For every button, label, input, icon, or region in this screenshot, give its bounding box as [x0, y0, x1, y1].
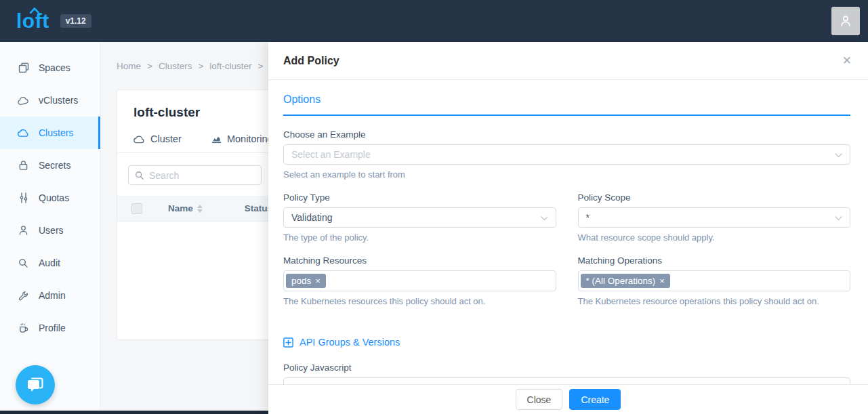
search-icon — [18, 257, 29, 269]
sidebar-item-label: vClusters — [39, 95, 78, 106]
field-hint: What resource scope should apply. — [578, 232, 851, 243]
spaces-icon — [18, 62, 29, 74]
chevron-down-icon — [541, 212, 548, 223]
sidebar-item-quotas[interactable]: Quotas — [0, 182, 100, 214]
field-hint: The Kubernetes resources this policy sho… — [283, 296, 556, 306]
breadcrumb-separator: > — [198, 61, 203, 71]
api-groups-label: API Groups & Versions — [299, 337, 400, 348]
version-badge: v1.12 — [60, 14, 91, 28]
breadcrumb-home[interactable]: Home — [117, 61, 141, 71]
sidebar-item-secrets[interactable]: Secrets — [0, 149, 100, 182]
viewport-bottom-edge — [0, 411, 268, 414]
sliders-icon — [18, 192, 29, 204]
matching-operations-input[interactable]: * (All Operations) × — [578, 270, 851, 291]
sidebar-item-audit[interactable]: Audit — [0, 247, 100, 279]
select-placeholder: Select an Example — [291, 149, 371, 160]
chat-launcher-button[interactable] — [16, 365, 55, 405]
top-navbar: loft v1.12 — [0, 0, 868, 42]
sidebar-item-profile[interactable]: Profile — [0, 312, 100, 344]
search-input[interactable] — [149, 170, 244, 181]
sidebar-item-label: Clusters — [39, 127, 73, 138]
sidebar-item-spaces[interactable]: Spaces — [0, 51, 100, 84]
sidebar-item-users[interactable]: Users — [0, 214, 100, 247]
column-label: Name — [168, 203, 193, 213]
field-hint: The Kubernetes resource operations this … — [578, 296, 851, 306]
field-label: Choose an Example — [283, 129, 850, 140]
chat-bubble-icon — [26, 376, 45, 394]
field-label: Policy Scope — [578, 192, 851, 203]
sidebar-item-label: Users — [39, 225, 64, 236]
tab-cluster[interactable]: Cluster — [133, 133, 182, 152]
field-hint: Select an example to start from — [283, 169, 850, 180]
drawer-body: Options Choose an Example Select an Exam… — [268, 80, 868, 384]
breadcrumb-clusters[interactable]: Clusters — [159, 61, 192, 71]
vcluster-icon — [18, 95, 29, 106]
wrench-icon — [18, 290, 29, 302]
policy-javascript-editor[interactable]: // Your javascript code here — [283, 377, 850, 384]
sidebar-item-label: Admin — [39, 290, 66, 301]
plus-square-icon — [283, 337, 293, 348]
sidebar-item-admin[interactable]: Admin — [0, 279, 100, 312]
policy-scope-select[interactable]: * — [578, 207, 851, 228]
sidebar-item-label: Secrets — [39, 160, 70, 171]
policy-type-select[interactable]: Validating — [283, 207, 556, 228]
field-hint: The type of the policy. — [283, 232, 556, 243]
add-policy-drawer: Add Policy ✕ Options Choose an Example S… — [268, 42, 868, 414]
user-icon — [18, 225, 29, 236]
field-label: Policy Type — [283, 192, 556, 203]
field-label: Matching Operations — [578, 255, 851, 266]
tag-all-operations: * (All Operations) × — [581, 274, 670, 289]
cup-icon — [18, 323, 29, 334]
breadcrumb-loft-cluster[interactable]: loft-cluster — [209, 61, 251, 71]
select-value: * — [586, 212, 590, 223]
tab-label: Cluster — [150, 133, 182, 144]
close-icon[interactable]: ✕ — [842, 55, 852, 66]
column-header-name[interactable]: Name — [168, 203, 203, 213]
tag-remove-icon[interactable]: × — [659, 276, 665, 285]
sidebar-item-clusters[interactable]: Clusters — [0, 117, 100, 149]
chevron-down-icon — [835, 149, 842, 160]
tab-monitoring[interactable]: Monitoring — [211, 133, 273, 152]
drawer-title: Add Policy — [283, 55, 339, 67]
api-groups-expander[interactable]: API Groups & Versions — [283, 337, 850, 348]
choose-example-field: Choose an Example Select an Example Sele… — [283, 129, 850, 180]
breadcrumb-separator: > — [147, 61, 152, 71]
example-select[interactable]: Select an Example — [283, 144, 850, 165]
search-box[interactable] — [128, 165, 262, 185]
sidebar-item-label: Spaces — [39, 62, 70, 73]
sidebar-nav: Spaces vClusters Clusters Secrets Quotas… — [0, 42, 100, 411]
field-label: Matching Resources — [283, 255, 556, 266]
drawer-header: Add Policy ✕ — [268, 42, 868, 80]
select-value: Validating — [291, 212, 332, 223]
matching-operations-field: Matching Operations * (All Operations) ×… — [578, 255, 851, 306]
logo-text: loft — [16, 11, 49, 31]
sidebar-item-label: Audit — [39, 257, 60, 268]
policy-type-field: Policy Type Validating The type of the p… — [283, 192, 556, 243]
select-all-checkbox[interactable] — [131, 203, 142, 214]
policy-javascript-field: Policy Javascript // Your javascript cod… — [283, 363, 850, 384]
tag-remove-icon[interactable]: × — [315, 276, 321, 285]
sidebar-item-label: Quotas — [39, 192, 69, 203]
tag-label: pods — [291, 276, 311, 286]
matching-resources-input[interactable]: pods × — [283, 270, 556, 291]
matching-resources-field: Matching Resources pods × The Kubernetes… — [283, 255, 556, 306]
close-button[interactable]: Close — [516, 389, 563, 410]
sidebar-item-label: Profile — [39, 323, 66, 333]
search-icon — [135, 171, 144, 180]
cloud-icon — [18, 127, 29, 139]
user-avatar[interactable] — [831, 7, 860, 35]
chart-icon — [211, 135, 222, 144]
options-section-title: Options — [283, 94, 850, 116]
breadcrumb-separator: > — [258, 61, 264, 71]
create-button[interactable]: Create — [569, 389, 621, 410]
sidebar-item-vclusters[interactable]: vClusters — [0, 84, 100, 117]
tag-pods: pods × — [286, 274, 326, 289]
loft-logo[interactable]: loft — [16, 11, 49, 31]
cloud-icon — [133, 135, 145, 144]
tag-label: * (All Operations) — [586, 276, 656, 286]
person-icon — [838, 14, 853, 28]
policy-scope-field: Policy Scope * What resource scope shoul… — [578, 192, 851, 243]
sort-icon[interactable] — [197, 205, 203, 213]
tab-label: Monitoring — [227, 133, 273, 144]
drawer-footer: Close Create — [268, 384, 868, 414]
